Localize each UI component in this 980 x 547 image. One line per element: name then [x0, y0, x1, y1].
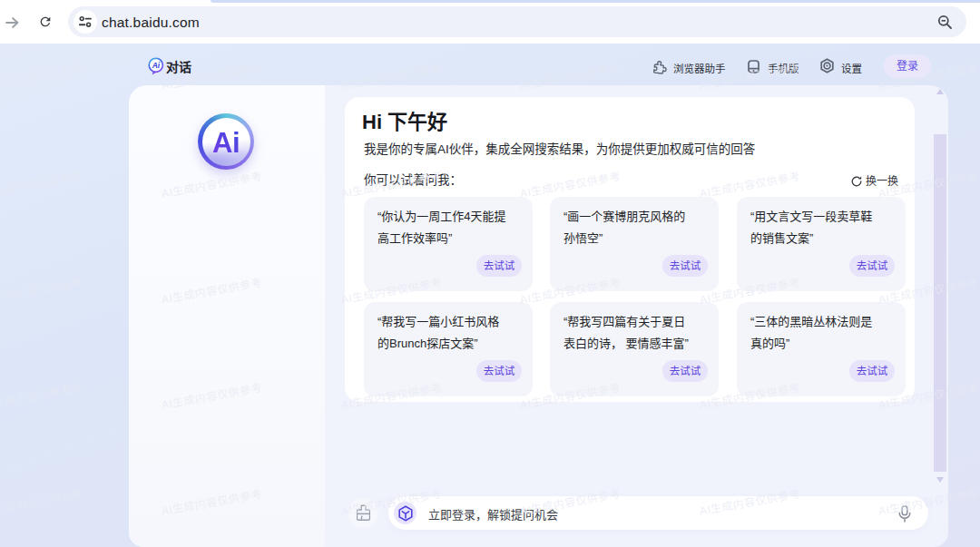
svg-text:Ai: Ai — [152, 61, 161, 70]
